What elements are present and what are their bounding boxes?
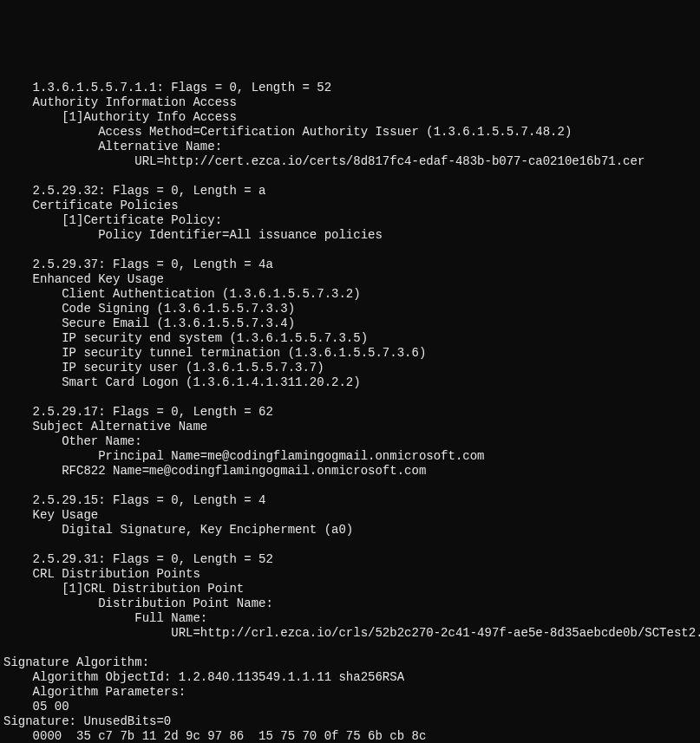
terminal-line: Policy Identifier=All issuance policies [3,228,697,243]
terminal-line [3,641,697,655]
terminal-line: 1.3.6.1.5.5.7.1.1: Flags = 0, Length = 5… [3,81,697,95]
terminal-line: 2.5.29.15: Flags = 0, Length = 4 [3,493,697,508]
terminal-line [3,390,697,405]
terminal-line: RFC822 Name=me@codingflamingogmail.onmic… [3,464,697,479]
terminal-line: Key Usage [3,508,697,523]
terminal-line: Algorithm Parameters: [3,685,697,700]
terminal-line: Digital Signature, Key Encipherment (a0) [3,523,697,538]
terminal-line: Smart Card Logon (1.3.6.1.4.1.311.20.2.2… [3,375,697,390]
terminal-line: CRL Distribution Points [3,567,697,582]
terminal-line: 2.5.29.32: Flags = 0, Length = a [3,184,697,199]
terminal-line: IP security end system (1.3.6.1.5.5.7.3.… [3,331,697,346]
terminal-line [3,538,697,552]
terminal-line: Enhanced Key Usage [3,272,697,287]
terminal-line: Client Authentication (1.3.6.1.5.5.7.3.2… [3,287,697,302]
terminal-line: Access Method=Certification Authority Is… [3,125,697,140]
terminal-line: Algorithm ObjectId: 1.2.840.113549.1.1.1… [3,670,697,685]
terminal-line: Alternative Name: [3,140,697,154]
terminal-line: Signature: UnusedBits=0 [3,714,697,729]
terminal-line [3,243,697,257]
terminal-line: Authority Information Access [3,95,697,110]
terminal-line: Principal Name=me@codingflamingogmail.on… [3,449,697,464]
terminal-line: Full Name: [3,611,697,626]
terminal-line: [1]CRL Distribution Point [3,582,697,596]
terminal-line: 2.5.29.31: Flags = 0, Length = 52 [3,552,697,567]
terminal-output: 1.3.6.1.5.5.7.1.1: Flags = 0, Length = 5… [0,74,700,743]
terminal-line: Other Name: [3,434,697,449]
terminal-line: [1]Authority Info Access [3,110,697,125]
terminal-line: 0000 35 c7 7b 11 2d 9c 97 86 15 75 70 0f… [3,729,697,743]
terminal-line: [1]Certificate Policy: [3,213,697,228]
terminal-line: 2.5.29.37: Flags = 0, Length = 4a [3,257,697,272]
terminal-line [3,479,697,493]
terminal-line: Secure Email (1.3.6.1.5.5.7.3.4) [3,316,697,331]
terminal-line: Subject Alternative Name [3,420,697,434]
terminal-line: 05 00 [3,700,697,714]
terminal-line: Signature Algorithm: [3,655,697,670]
terminal-line: Certificate Policies [3,199,697,213]
terminal-line: Distribution Point Name: [3,596,697,611]
terminal-line: IP security tunnel termination (1.3.6.1.… [3,346,697,361]
terminal-line: Code Signing (1.3.6.1.5.5.7.3.3) [3,302,697,316]
terminal-line: URL=http://cert.ezca.io/certs/8d817fc4-e… [3,154,697,169]
terminal-line: IP security user (1.3.6.1.5.5.7.3.7) [3,361,697,375]
terminal-line [3,169,697,184]
terminal-line: URL=http://crl.ezca.io/crls/52b2c270-2c4… [3,626,697,641]
terminal-line: 2.5.29.17: Flags = 0, Length = 62 [3,405,697,420]
